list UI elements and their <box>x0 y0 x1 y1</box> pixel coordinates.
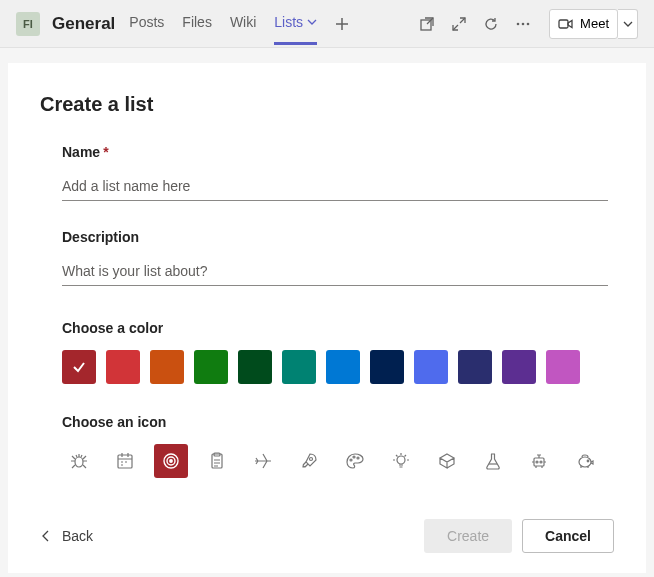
icon-section-label: Choose an icon <box>62 414 608 430</box>
svg-point-1 <box>517 22 520 25</box>
create-list-dialog: Create a list Name* Description Choose a… <box>8 63 646 573</box>
icon-option-rocket[interactable] <box>292 444 326 478</box>
color-swatch-pink[interactable] <box>546 350 580 384</box>
color-swatch-purple[interactable] <box>502 350 536 384</box>
color-swatch-red[interactable] <box>106 350 140 384</box>
svg-point-13 <box>350 459 352 461</box>
icon-option-palette[interactable] <box>338 444 372 478</box>
icon-option-airplane[interactable] <box>246 444 280 478</box>
popout-icon[interactable] <box>419 16 435 32</box>
icon-option-flask[interactable] <box>476 444 510 478</box>
tab-files[interactable]: Files <box>182 2 212 45</box>
name-label: Name* <box>62 144 608 160</box>
icon-option-target[interactable] <box>154 444 188 478</box>
tab-lists-label: Lists <box>274 14 303 30</box>
tab-lists[interactable]: Lists <box>274 2 317 45</box>
svg-point-20 <box>579 457 591 467</box>
dialog-footer: Back Create Cancel <box>40 519 614 553</box>
dialog-title: Create a list <box>40 93 614 116</box>
chevron-down-icon <box>307 17 317 27</box>
meet-button-group: Meet <box>549 9 638 39</box>
color-section-label: Choose a color <box>62 320 608 336</box>
video-icon <box>558 18 574 30</box>
icon-options <box>62 444 608 478</box>
svg-point-19 <box>540 461 542 463</box>
topbar: FI General Posts Files Wiki Lists Meet <box>0 0 654 48</box>
more-icon[interactable] <box>515 16 531 32</box>
svg-point-14 <box>353 456 355 458</box>
back-label: Back <box>62 528 93 544</box>
color-swatch-indigo[interactable] <box>414 350 448 384</box>
color-swatches <box>62 350 608 384</box>
meet-label: Meet <box>580 16 609 31</box>
icon-option-lightbulb[interactable] <box>384 444 418 478</box>
tab-posts[interactable]: Posts <box>129 2 164 45</box>
svg-point-21 <box>587 460 589 462</box>
svg-point-16 <box>397 456 405 464</box>
svg-point-18 <box>536 461 538 463</box>
refresh-icon[interactable] <box>483 16 499 32</box>
svg-point-3 <box>527 22 530 25</box>
description-label: Description <box>62 229 608 245</box>
icon-option-cube[interactable] <box>430 444 464 478</box>
color-swatch-green[interactable] <box>194 350 228 384</box>
create-button[interactable]: Create <box>424 519 512 553</box>
channel-name: General <box>52 14 115 34</box>
expand-icon[interactable] <box>451 16 467 32</box>
svg-rect-4 <box>559 20 568 28</box>
icon-option-calendar[interactable] <box>108 444 142 478</box>
name-input[interactable] <box>62 172 608 201</box>
tab-wiki[interactable]: Wiki <box>230 2 256 45</box>
svg-point-2 <box>522 22 525 25</box>
cancel-button[interactable]: Cancel <box>522 519 614 553</box>
meet-dropdown-button[interactable] <box>618 9 638 39</box>
svg-point-12 <box>310 458 313 461</box>
color-swatch-dark-green[interactable] <box>238 350 272 384</box>
add-tab-button[interactable] <box>335 17 349 31</box>
color-swatch-teal[interactable] <box>282 350 316 384</box>
svg-point-9 <box>170 460 172 462</box>
tabstrip: Posts Files Wiki Lists <box>129 2 349 45</box>
color-swatch-orange[interactable] <box>150 350 184 384</box>
color-swatch-dark-red[interactable] <box>62 350 96 384</box>
chevron-left-icon <box>40 529 52 543</box>
color-swatch-navy[interactable] <box>458 350 492 384</box>
icon-option-clipboard[interactable] <box>200 444 234 478</box>
meet-button[interactable]: Meet <box>549 9 618 39</box>
color-swatch-dark-blue[interactable] <box>370 350 404 384</box>
back-button[interactable]: Back <box>40 528 93 544</box>
topbar-actions: Meet <box>419 9 638 39</box>
required-indicator: * <box>103 144 108 160</box>
icon-option-robot[interactable] <box>522 444 556 478</box>
description-input[interactable] <box>62 257 608 286</box>
icon-option-piggy-bank[interactable] <box>568 444 602 478</box>
icon-option-bug[interactable] <box>62 444 96 478</box>
svg-point-15 <box>357 457 359 459</box>
color-swatch-blue[interactable] <box>326 350 360 384</box>
team-avatar[interactable]: FI <box>16 12 40 36</box>
svg-point-5 <box>75 457 83 467</box>
